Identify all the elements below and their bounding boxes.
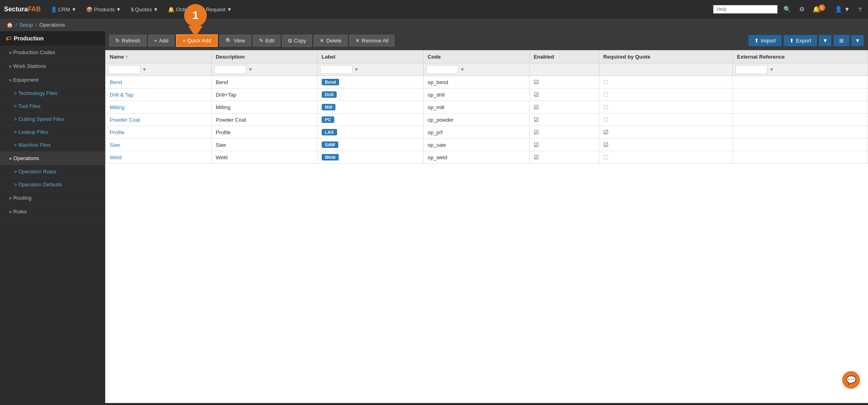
- cell-external-reference: [733, 89, 868, 101]
- copy-button[interactable]: ⧉ Copy: [282, 35, 312, 47]
- plus-icon: +: [154, 38, 157, 44]
- delete-icon: ✕: [320, 38, 324, 44]
- sidebar-item-rules[interactable]: » Rules: [0, 205, 105, 219]
- filter-name-icon[interactable]: ▼: [142, 67, 147, 72]
- filter-description-icon[interactable]: ▼: [248, 67, 253, 72]
- sidebar-item-cutting-speed-files[interactable]: > Cutting Speed Files: [0, 113, 105, 126]
- nav-orders[interactable]: 🔔 Orders: [164, 5, 196, 14]
- refresh-button[interactable]: ↻ Refresh: [109, 35, 146, 46]
- grid-view-button[interactable]: ⊞: [833, 35, 850, 46]
- remove-all-button[interactable]: ✕ Remove All: [349, 35, 395, 46]
- quick-add-button[interactable]: + Quick Add: [176, 34, 217, 47]
- cell-label: Drill: [317, 89, 423, 101]
- sidebar-item-equipment[interactable]: » Equipment: [0, 73, 105, 87]
- dollar-icon: $: [131, 6, 134, 13]
- sidebar-item-technology-files[interactable]: > Technology Files: [0, 87, 105, 100]
- cell-enabled: ☑: [529, 151, 599, 164]
- enabled-checkbox: ☑: [534, 104, 539, 110]
- nav-crm[interactable]: 👤 CRM ▼: [47, 5, 81, 14]
- filter-code-icon[interactable]: ▼: [460, 67, 465, 72]
- filter-code-input[interactable]: [426, 65, 458, 74]
- remove-icon: ✕: [355, 38, 360, 44]
- refresh-icon: ↻: [115, 38, 120, 44]
- search-icon[interactable]: 🔍: [781, 4, 794, 15]
- sidebar-item-operation-rules[interactable]: > Operation Rules: [0, 165, 105, 178]
- filter-label-input[interactable]: [320, 65, 352, 74]
- nav-request[interactable]: d Request ▼: [197, 5, 236, 14]
- toolbar: ↻ Refresh + Add + Quick Add 🔍 View ✎ Edi…: [105, 31, 868, 50]
- help-icon[interactable]: ?: [856, 4, 864, 15]
- notifications-icon[interactable]: 🔔0: [810, 4, 829, 15]
- filter-external-cell: ▼: [733, 63, 868, 76]
- cell-code: op_bend: [423, 76, 529, 89]
- import-button[interactable]: ⬆ Import: [748, 35, 782, 46]
- delete-button[interactable]: ✕ Delete: [314, 35, 348, 46]
- cell-code: op_powder: [423, 114, 529, 126]
- sidebar-item-tool-files[interactable]: > Tool Files: [0, 100, 105, 113]
- export-button[interactable]: ⬆ Export: [783, 35, 817, 46]
- sidebar-section-production[interactable]: 🏷 Production: [0, 31, 105, 46]
- cell-description: Weld: [211, 151, 317, 164]
- person-icon: 👤: [51, 6, 57, 13]
- brand-logo[interactable]: SecturaFAB: [4, 6, 41, 13]
- row-name-link[interactable]: Milling: [110, 104, 125, 110]
- label-badge: SAW: [322, 141, 338, 148]
- row-name-link[interactable]: Drill & Tap: [110, 92, 134, 98]
- crm-arrow-icon: ▼: [71, 6, 76, 13]
- chat-button[interactable]: 💬: [842, 371, 860, 389]
- edit-button[interactable]: ✎ Edit: [253, 35, 280, 46]
- sidebar-item-machine-files[interactable]: > Machine Files: [0, 139, 105, 152]
- cell-description: Powder Coat: [211, 114, 317, 126]
- export-icon: ⬆: [789, 38, 794, 44]
- cell-label: Bend: [317, 76, 423, 89]
- filter-name-input[interactable]: [108, 65, 140, 74]
- row-name-link[interactable]: Profile: [110, 129, 125, 135]
- sidebar-item-operation-defaults[interactable]: > Operation Defaults: [0, 178, 105, 191]
- sidebar-item-work-stations[interactable]: » Work Stations: [0, 59, 105, 73]
- filter-external-input[interactable]: [735, 65, 768, 74]
- breadcrumb-home[interactable]: 🏠: [6, 22, 13, 28]
- col-header-description: Description: [211, 51, 317, 63]
- label-badge: Weld: [322, 154, 339, 160]
- sidebar-item-lookup-files[interactable]: > Lookup Files: [0, 126, 105, 139]
- copy-icon: ⧉: [288, 38, 292, 44]
- help-search-input[interactable]: [713, 5, 778, 14]
- nav-products[interactable]: 📦 Products ▼: [82, 5, 125, 14]
- required-checkbox: ☐: [603, 116, 609, 123]
- export-dropdown-button[interactable]: ▼: [819, 35, 832, 46]
- cell-name: Profile: [106, 126, 212, 139]
- col-header-enabled: Enabled: [529, 51, 599, 63]
- cell-external-reference: [733, 126, 868, 139]
- sidebar-item-production-codes[interactable]: » Production Codes: [0, 46, 105, 59]
- sidebar-item-operations[interactable]: » Operations: [0, 152, 105, 165]
- cell-required: ☐: [599, 89, 732, 101]
- grid-dropdown-button[interactable]: ▼: [851, 35, 864, 46]
- sidebar-item-routing[interactable]: » Routing: [0, 191, 105, 205]
- nav-quotes[interactable]: $ Quotes ▼: [127, 5, 162, 14]
- add-button[interactable]: + Add: [148, 35, 175, 46]
- filter-description-cell: ▼: [211, 63, 317, 76]
- breadcrumb-setup[interactable]: Setup: [19, 22, 33, 28]
- filter-label-icon[interactable]: ▼: [354, 67, 359, 72]
- filter-description-input[interactable]: [214, 65, 246, 74]
- col-header-external-reference: External Reference: [733, 51, 868, 63]
- view-button[interactable]: 🔍 View: [219, 35, 251, 46]
- operations-table: Name ↑ Description Label Code Enabled Re…: [105, 50, 868, 164]
- enabled-checkbox: ☑: [534, 79, 539, 85]
- cell-name: Powder Coat: [106, 114, 212, 126]
- row-name-link[interactable]: Saw: [110, 142, 120, 148]
- breadcrumb: 🏠 / Setup / Operations: [0, 19, 868, 31]
- cell-name: Bend: [106, 76, 212, 89]
- row-name-link[interactable]: Weld: [110, 154, 121, 160]
- filter-required-cell: [599, 63, 732, 76]
- settings-icon[interactable]: ⚙: [797, 4, 807, 15]
- bell-icon: 🔔: [168, 6, 174, 13]
- row-name-link[interactable]: Bend: [110, 79, 122, 85]
- user-icon[interactable]: 👤 ▼: [832, 4, 853, 15]
- row-name-link[interactable]: Powder Coat: [110, 117, 140, 123]
- breadcrumb-sep2: /: [36, 22, 37, 28]
- filter-external-icon[interactable]: ▼: [769, 67, 774, 72]
- cell-enabled: ☑: [529, 114, 599, 126]
- import-icon: ⬆: [754, 38, 759, 44]
- col-header-code: Code: [423, 51, 529, 63]
